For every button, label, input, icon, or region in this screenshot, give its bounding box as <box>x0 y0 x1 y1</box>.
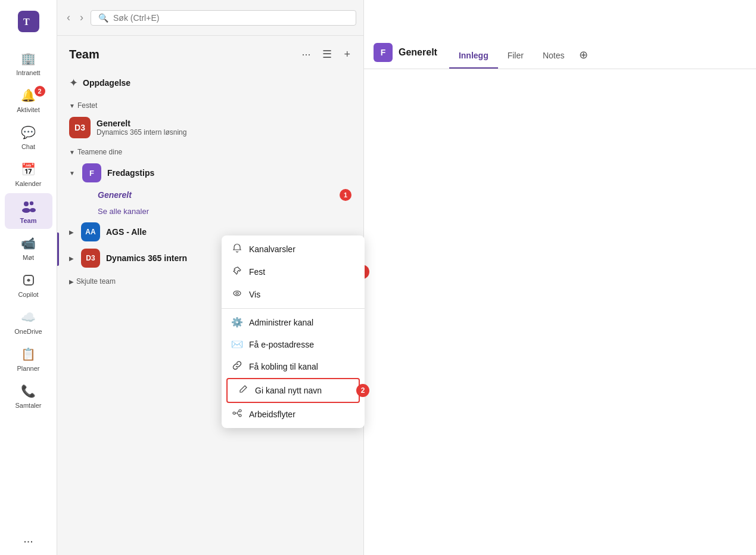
team-info-fredagstips: Fredagstips <box>107 168 154 178</box>
more-options-button[interactable]: ··· <box>298 45 314 63</box>
hidden-section-label: Skjulte team <box>76 277 116 286</box>
add-team-button[interactable]: + <box>340 45 354 63</box>
calls-icon: 📞 <box>20 383 37 399</box>
ags-chevron-icon: ▶ <box>69 229 74 235</box>
team-panel-title: Team <box>69 48 298 61</box>
my-teams-section-header[interactable]: ▼ Teamene dine <box>62 144 359 160</box>
menu-item-epost[interactable]: ✉️ Få e-postadresse <box>222 333 365 355</box>
svg-point-2 <box>29 201 33 205</box>
more-button[interactable]: ... <box>23 532 33 545</box>
sidebar-item-calls[interactable]: 📞 Samtaler <box>5 378 52 414</box>
epost-label: Få e-postadresse <box>249 340 314 349</box>
sidebar-item-label: Intranett <box>16 69 40 76</box>
onedrive-icon: ☁️ <box>20 309 37 325</box>
pin-icon <box>231 266 243 278</box>
bell-icon <box>231 243 243 255</box>
svg-point-4 <box>30 208 36 212</box>
discovery-icon: ✦ <box>69 76 78 89</box>
sidebar-item-label: Samtaler <box>15 402 41 409</box>
activity-badge: 2 <box>35 86 45 97</box>
channel-generelt-label: Generelt <box>98 190 132 200</box>
sidebar-item-activity[interactable]: 2 🔔 Aktivitet <box>5 82 52 118</box>
dynamics-name: Dynamics 365 intern <box>106 253 187 263</box>
pinned-section-header[interactable]: ▼ Festet <box>62 98 359 113</box>
sidebar-item-label: Møt <box>23 254 34 261</box>
team-info-ags: AGS - Alle <box>106 227 147 237</box>
filter-button[interactable]: ☰ <box>319 45 335 63</box>
sidebar-item-copilot[interactable]: Copilot <box>5 267 52 303</box>
team-avatar-dynamics: D3 <box>81 249 100 268</box>
channel-name: Generelt <box>399 47 437 58</box>
step2-badge: 2 <box>356 384 369 397</box>
svg-point-10 <box>239 414 241 417</box>
channel-generelt[interactable]: Generelt 1 <box>62 186 359 204</box>
svg-point-3 <box>22 208 30 213</box>
channel-tabs: Innlegg Filer Notes ⊕ <box>449 36 746 69</box>
sidebar-item-calendar[interactable]: 📅 Kalender <box>5 156 52 192</box>
menu-item-administrer[interactable]: ⚙️ Administrer kanal <box>222 311 365 333</box>
fest-label: Fest <box>249 267 265 277</box>
active-indicator <box>57 232 59 266</box>
sidebar-item-intranet[interactable]: 🏢 Intranett <box>5 45 52 81</box>
rename-label: Gi kanal nytt navn <box>255 386 322 395</box>
dynamics-chevron-icon: ▶ <box>69 255 74 262</box>
team-fredagstips[interactable]: ▼ F Fredagstips <box>62 160 359 186</box>
sidebar-item-chat[interactable]: 💬 Chat <box>5 119 52 155</box>
tab-notes[interactable]: Notes <box>533 36 574 69</box>
calendar-icon: 📅 <box>20 161 37 178</box>
team-info-d3: Generelt Dynamics 365 intern løsning <box>97 119 186 137</box>
discovery-row[interactable]: ✦ Oppdagelse <box>62 70 359 95</box>
sidebar-item-label: Kalender <box>15 180 41 187</box>
add-tab-button[interactable]: ⊕ <box>574 48 593 69</box>
search-icon: 🔍 <box>98 13 108 23</box>
header-actions: ··· ☰ + <box>298 45 354 63</box>
fredagstips-name: Fredagstips <box>107 168 154 178</box>
svg-point-6 <box>234 291 241 296</box>
forward-button[interactable]: › <box>77 9 86 26</box>
sidebar-item-label: Copilot <box>18 291 38 298</box>
see-all-channels-link[interactable]: Se alle kanaler <box>62 204 359 219</box>
menu-item-rename[interactable]: Gi kanal nytt navn <box>226 378 360 403</box>
menu-item-kobling[interactable]: Få kobling til kanal <box>222 355 365 378</box>
meet-icon: 📹 <box>20 235 37 252</box>
menu-item-kanalvarsler[interactable]: Kanalvarsler <box>222 238 365 261</box>
my-teams-chevron-icon: ▼ <box>69 149 75 156</box>
link-icon <box>231 361 243 373</box>
search-input[interactable] <box>113 13 349 23</box>
discovery-label: Oppdagelse <box>83 78 130 88</box>
tab-filer[interactable]: Filer <box>498 36 533 69</box>
vis-label: Vis <box>249 290 260 299</box>
pinned-section-label: Festet <box>77 101 97 110</box>
svg-point-7 <box>236 292 238 294</box>
sidebar-item-onedrive[interactable]: ☁️ OneDrive <box>5 304 52 340</box>
main-content: F Generelt Innlegg Filer Notes ⊕ <box>364 0 756 555</box>
back-button[interactable]: ‹ <box>64 9 73 26</box>
team-info-dynamics: Dynamics 365 intern <box>106 253 187 263</box>
pinned-team-d3[interactable]: D3 Generelt Dynamics 365 intern løsning <box>62 113 359 142</box>
channel-generelt-badge: 1 <box>340 189 351 201</box>
sidebar-item-team[interactable]: Team <box>5 193 52 229</box>
pinned-team-sub: Dynamics 365 intern løsning <box>97 128 186 137</box>
workflow-icon <box>231 408 243 420</box>
team-avatar-d3: D3 <box>69 117 91 138</box>
top-bar: ‹ › 🔍 <box>57 0 363 36</box>
chat-icon: 💬 <box>20 124 37 141</box>
kobling-label: Få kobling til kanal <box>249 362 318 371</box>
team-avatar-ags: AA <box>81 222 100 241</box>
sidebar-item-label: Chat <box>21 143 35 150</box>
sidebar-item-meet[interactable]: 📹 Møt <box>5 230 52 266</box>
menu-item-vis[interactable]: Vis <box>222 283 365 306</box>
sidebar-item-label: Planner <box>17 365 40 372</box>
teams-logo[interactable]: T <box>12 5 45 38</box>
my-teams-label: Teamene dine <box>77 148 122 156</box>
menu-item-fest[interactable]: Fest <box>222 261 365 283</box>
sidebar-item-label: Team <box>20 217 37 224</box>
tab-innlegg[interactable]: Innlegg <box>449 36 498 69</box>
team-panel-header: Team ··· ☰ + <box>57 36 363 70</box>
svg-point-8 <box>233 412 235 414</box>
collapse-chevron-icon: ▼ <box>69 170 75 176</box>
kanalvarsler-label: Kanalvarsler <box>249 244 295 254</box>
menu-divider-1 <box>222 308 365 309</box>
sidebar-item-planner[interactable]: 📋 Planner <box>5 341 52 377</box>
menu-item-arbeidsflyter[interactable]: Arbeidsflyter <box>222 403 365 426</box>
